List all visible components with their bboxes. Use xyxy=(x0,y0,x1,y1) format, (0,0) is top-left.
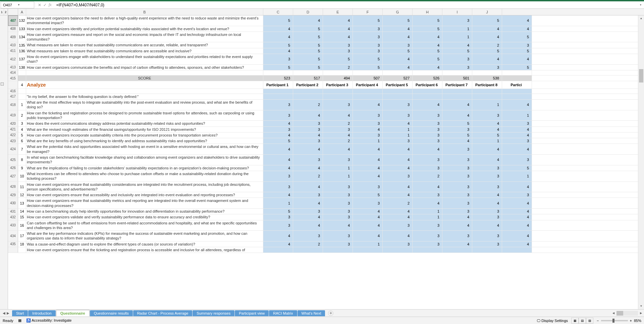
cell-A[interactable]: 7 xyxy=(18,144,26,154)
cell-value[interactable]: 3 xyxy=(353,132,383,138)
cell-B[interactable]: SCORE xyxy=(26,75,263,81)
cell-value[interactable]: 4 xyxy=(263,241,293,247)
cell-value[interactable]: 4 xyxy=(383,209,413,214)
row-header[interactable]: 422 xyxy=(8,132,18,138)
cell-value[interactable]: 5 xyxy=(263,65,293,70)
row-header[interactable]: 412 xyxy=(8,54,18,64)
row-header[interactable]: 413 xyxy=(8,65,18,70)
cell-value[interactable]: 4 xyxy=(472,155,502,165)
col-header-B[interactable]: B xyxy=(26,9,263,15)
cell-value[interactable]: 4 xyxy=(442,220,472,231)
cell-value[interactable]: 4 xyxy=(383,65,413,70)
cell-value[interactable]: 3 xyxy=(502,192,532,198)
cell-value[interactable]: 3 xyxy=(383,42,413,48)
cell-value[interactable] xyxy=(263,94,293,99)
cell-value[interactable] xyxy=(502,89,532,94)
cell-value[interactable]: 4 xyxy=(323,26,353,32)
cell-A[interactable]: 9 xyxy=(18,165,26,171)
cell-value[interactable] xyxy=(353,247,383,253)
cell-A[interactable]: 136 xyxy=(18,48,26,54)
cell-value[interactable]: 3 xyxy=(263,171,293,181)
cell-B[interactable]: What are the key performance indicators … xyxy=(26,231,263,241)
cell-value[interactable]: 4 xyxy=(323,32,353,42)
cell-value[interactable]: 3 xyxy=(472,110,502,121)
sheet-tab[interactable]: Questionnaire results xyxy=(90,310,133,316)
cell-value[interactable]: 3 xyxy=(263,54,293,64)
cell-value[interactable]: 4 xyxy=(353,165,383,171)
cell-value[interactable]: 2 xyxy=(413,171,442,181)
cell-value[interactable]: 5 xyxy=(413,54,442,64)
row-header[interactable]: 415 xyxy=(8,75,18,81)
participant-header[interactable]: Partici xyxy=(502,81,532,89)
cell-value[interactable]: 4 xyxy=(472,121,502,126)
cell-value[interactable]: 4 xyxy=(263,32,293,42)
cell-value[interactable]: 3 xyxy=(263,220,293,231)
sheet-tab[interactable]: Start xyxy=(12,310,28,316)
cell-value[interactable]: 4 xyxy=(323,132,353,138)
cell-B[interactable]: What are the most effective ways to inte… xyxy=(26,100,263,110)
cell-value[interactable]: 3 xyxy=(472,165,502,171)
cell-value[interactable]: 4 xyxy=(353,220,383,231)
cell-value[interactable]: 3 xyxy=(353,32,383,42)
row-header[interactable]: 420 xyxy=(8,121,18,126)
cell-value[interactable]: 4 xyxy=(472,198,502,208)
horizontal-scrollbar[interactable]: ◀ ▶ xyxy=(610,311,644,316)
row-header[interactable]: 428 xyxy=(8,182,18,192)
cell-value[interactable] xyxy=(353,89,383,94)
cell-value[interactable]: 3 xyxy=(293,231,323,241)
row-header[interactable]: 431 xyxy=(8,209,18,214)
participant-header[interactable]: Participant 8 xyxy=(472,81,502,89)
cell-A[interactable] xyxy=(18,89,26,94)
cell-value[interactable]: 517 xyxy=(293,75,323,81)
cell-value[interactable]: 3 xyxy=(472,209,502,214)
cell-value[interactable]: 4 xyxy=(383,182,413,192)
accept-icon[interactable]: ✓ xyxy=(43,3,47,7)
cell-value[interactable]: 3 xyxy=(323,192,353,198)
participant-header[interactable]: Participant 5 xyxy=(383,81,413,89)
cell-value[interactable]: 4 xyxy=(413,65,442,70)
cell-value[interactable]: 5 xyxy=(413,26,442,32)
zoom-percent[interactable]: 85% xyxy=(634,319,641,323)
cell-B[interactable]: What measures are taken to ensure that s… xyxy=(26,42,263,48)
cell-value[interactable]: 3 xyxy=(472,65,502,70)
cell-value[interactable]: 4 xyxy=(472,32,502,42)
cell-value[interactable]: 4 xyxy=(442,42,472,48)
cell-value[interactable]: 4 xyxy=(323,15,353,26)
cell-value[interactable] xyxy=(472,70,502,75)
tab-nav-prev-icon[interactable]: ◀ xyxy=(3,311,5,315)
cell-value[interactable]: 5 xyxy=(353,54,383,64)
cell-value[interactable]: 2 xyxy=(323,138,353,144)
cell-B[interactable]: What are the implications of failing to … xyxy=(26,165,263,171)
cell-value[interactable] xyxy=(442,247,472,253)
cell-value[interactable] xyxy=(502,94,532,99)
name-box-dropdown-icon[interactable]: ▼ xyxy=(17,3,32,6)
cell-A[interactable]: 133 xyxy=(18,26,26,32)
cell-value[interactable]: 4 xyxy=(383,32,413,42)
cell-value[interactable]: 4 xyxy=(472,220,502,231)
cell-value[interactable]: 1 xyxy=(413,214,442,220)
cell-value[interactable]: 3 xyxy=(413,220,442,231)
cell-value[interactable] xyxy=(442,70,472,75)
cell-value[interactable] xyxy=(383,70,413,75)
cell-value[interactable]: 5 xyxy=(263,138,293,144)
cell-value[interactable]: 1 xyxy=(413,209,442,214)
cell-value[interactable]: 4 xyxy=(472,26,502,32)
row-header[interactable]: 408 xyxy=(8,26,18,32)
cell-value[interactable]: 4 xyxy=(323,220,353,231)
cell-B[interactable]: How can a benchmarking study help identi… xyxy=(26,209,263,214)
formula-input[interactable] xyxy=(54,3,637,7)
cell-value[interactable]: 5 xyxy=(293,54,323,64)
cell-value[interactable]: 3 xyxy=(383,171,413,181)
cell-value[interactable]: 3 xyxy=(263,214,293,220)
scroll-up-icon[interactable]: ▲ xyxy=(638,15,644,21)
cell-value[interactable]: 3 xyxy=(442,65,472,70)
cell-B[interactable]: How can event organizers ensure that acc… xyxy=(26,192,263,198)
cell-value[interactable] xyxy=(323,89,353,94)
cell-value[interactable]: 3 xyxy=(413,110,442,121)
cell-B[interactable]: How can event organizers incorporate sus… xyxy=(26,132,263,138)
cell-value[interactable]: 4 xyxy=(263,165,293,171)
cell-B[interactable]: What are the potential risks and opportu… xyxy=(26,144,263,154)
cell-value[interactable]: 4 xyxy=(263,192,293,198)
cell-value[interactable]: 538 xyxy=(472,75,502,81)
cell-value[interactable]: 4 xyxy=(353,209,383,214)
